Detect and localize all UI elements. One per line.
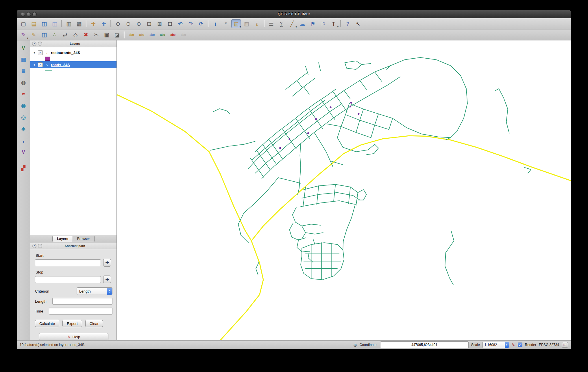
minimize-window-button[interactable] — [27, 12, 31, 16]
window-title: QGIS 2.0.1-Dufour — [278, 12, 310, 16]
add-vector-layer-button[interactable]: V — [19, 43, 28, 53]
label-move-button[interactable]: abc — [137, 31, 147, 39]
zoom-last-button[interactable]: ↶ — [175, 19, 185, 28]
tab-layers[interactable]: Layers — [52, 236, 73, 242]
paste-features-button[interactable]: ◪ — [112, 31, 122, 39]
composer-manager-button[interactable]: ▩ — [74, 19, 84, 28]
help-button[interactable]: ? — [343, 19, 353, 28]
select-by-expression-button[interactable]: ε — [252, 19, 262, 28]
current-edits-button[interactable]: ✎ — [19, 31, 28, 39]
label-show-hide-button[interactable]: abc — [168, 31, 178, 39]
disclosure-triangle-icon[interactable]: ▾ — [33, 51, 36, 55]
close-window-button[interactable] — [21, 12, 25, 16]
roads-symbol-swatch[interactable] — [45, 70, 52, 71]
whats-this-button[interactable]: ↖ — [353, 19, 363, 28]
zoom-in-button[interactable]: ⊕ — [113, 19, 123, 28]
float-panel-button[interactable]: ▫ — [38, 42, 42, 46]
map-refresh-button[interactable]: ⟳ — [196, 19, 206, 28]
add-feature-button[interactable]: ∴ — [50, 31, 60, 39]
crs-status-button[interactable]: ⊞ — [562, 342, 568, 348]
zoom-next-button[interactable]: ↷ — [186, 19, 196, 28]
clear-button[interactable]: Clear — [85, 320, 103, 327]
calculate-button[interactable]: Calculate — [35, 320, 59, 327]
save-project-button[interactable]: ◫ — [39, 19, 49, 28]
criterion-value: Length — [77, 289, 107, 293]
identify-button[interactable]: i — [210, 19, 220, 28]
scale-combo[interactable]: 1:16082 ▾ — [482, 342, 509, 348]
coordinate-input[interactable] — [380, 341, 469, 348]
show-bookmarks-button[interactable]: ⚐ — [318, 19, 328, 28]
start-input[interactable] — [35, 259, 101, 266]
add-wcs-layer-button[interactable]: ◎ — [19, 113, 28, 122]
layer-visibility-checkbox[interactable]: ✓ — [38, 50, 43, 55]
pan-map-button[interactable]: ✚ — [88, 19, 98, 28]
text-annotation-button[interactable]: T — [329, 19, 339, 28]
stop-input[interactable] — [35, 276, 101, 283]
zoom-full-icon: ⊡ — [147, 21, 151, 27]
delete-selected-button[interactable]: ✖ — [81, 31, 91, 39]
close-panel-button[interactable]: ✕ — [32, 42, 36, 46]
node-tool-button[interactable]: ◇ — [71, 31, 80, 39]
magnifier-pen-icon[interactable]: ✎ — [512, 343, 515, 347]
label-pin-button[interactable]: abc — [158, 31, 167, 39]
label-rotate-button[interactable]: abc — [147, 31, 157, 39]
add-postgis-layer-button[interactable]: ≣ — [19, 66, 28, 76]
float-panel-button[interactable]: ▫ — [38, 244, 42, 248]
copy-features-button[interactable]: ▣ — [102, 31, 112, 39]
time-input[interactable] — [49, 308, 112, 315]
render-checkbox[interactable]: ✓ — [518, 343, 522, 347]
open-attribute-table-button[interactable]: ☰ — [266, 19, 276, 28]
stop-capture-button[interactable]: ✚ — [103, 276, 111, 283]
select-rectangle-button[interactable]: ▧ — [231, 19, 241, 28]
measure-button[interactable]: ╱ — [287, 19, 297, 28]
coordinate-capture-icon[interactable]: ⊕ — [353, 343, 357, 347]
add-oracle-layer-button[interactable]: ▞ — [19, 163, 28, 173]
copy-icon: ▣ — [104, 32, 109, 38]
deselect-all-button[interactable]: ▨ — [242, 19, 252, 28]
new-bookmark-button[interactable]: ⚑ — [308, 19, 318, 28]
toggle-editing-button[interactable]: ✎ — [29, 31, 39, 39]
zoom-to-selection-button[interactable]: ⊠ — [155, 19, 164, 28]
new-print-composer-button[interactable]: ▥ — [64, 19, 74, 28]
criterion-dropdown[interactable]: Length ▲ ▼ — [77, 287, 112, 295]
layers-panel-header: ✕ ▫ Layers — [30, 40, 117, 47]
layer-row-roads[interactable]: ▾ ✓ ∿ roads_34S — [30, 61, 117, 68]
map-tips-button[interactable]: ☁ — [297, 19, 307, 28]
add-mssql-icon: ≈ — [22, 92, 25, 97]
label-properties-button[interactable]: abc — [178, 31, 188, 39]
title-bar[interactable]: QGIS 2.0.1-Dufour — [17, 10, 571, 18]
save-project-as-button[interactable]: ◫ — [50, 19, 60, 28]
add-wms-layer-button[interactable]: ◉ — [19, 101, 28, 110]
map-canvas[interactable] — [117, 40, 571, 340]
layer-row-restaurants[interactable]: ▾ ✓ ∵ restaurants_34S — [30, 49, 117, 56]
open-project-button[interactable]: ▤ — [29, 19, 39, 28]
zoom-to-layer-button[interactable]: ⊞ — [165, 19, 175, 28]
zoom-full-button[interactable]: ⊡ — [144, 19, 154, 28]
run-feature-action-button[interactable]: * — [221, 19, 231, 28]
zoom-window-button[interactable] — [32, 12, 37, 16]
length-input[interactable] — [52, 298, 112, 305]
zoom-out-button[interactable]: ⊖ — [123, 19, 133, 28]
pan-to-selection-button[interactable]: ✚ — [99, 19, 109, 28]
add-mssql-layer-button[interactable]: ≈ — [19, 90, 28, 99]
tab-browser[interactable]: Browser — [73, 236, 95, 242]
add-delimited-text-layer-button[interactable]: , — [19, 136, 28, 145]
add-raster-layer-button[interactable]: ▦ — [19, 55, 28, 64]
move-feature-button[interactable]: ⇄ — [60, 31, 70, 39]
add-wfs-layer-button[interactable]: ◈ — [19, 124, 28, 133]
restaurants-symbol-swatch[interactable] — [45, 57, 50, 61]
disclosure-triangle-icon[interactable]: ▾ — [33, 63, 36, 67]
new-shapefile-layer-button[interactable]: V — [19, 147, 28, 157]
close-panel-button[interactable]: ✕ — [32, 244, 36, 248]
field-calculator-button[interactable]: ∑ — [277, 19, 286, 28]
help-button[interactable]: ✳ Help — [39, 333, 108, 341]
export-button[interactable]: Export — [62, 320, 82, 327]
layer-visibility-checkbox[interactable]: ✓ — [38, 62, 43, 67]
add-spatialite-layer-button[interactable]: ◍ — [19, 78, 28, 87]
save-layer-edits-button[interactable]: ◫ — [39, 31, 49, 39]
start-capture-button[interactable]: ✚ — [103, 259, 111, 267]
cut-features-button[interactable]: ✂ — [91, 31, 101, 39]
labeling-button[interactable]: abc — [126, 31, 136, 39]
zoom-actual-button[interactable]: ⊙ — [134, 19, 144, 28]
new-project-button[interactable]: ▢ — [19, 19, 28, 28]
